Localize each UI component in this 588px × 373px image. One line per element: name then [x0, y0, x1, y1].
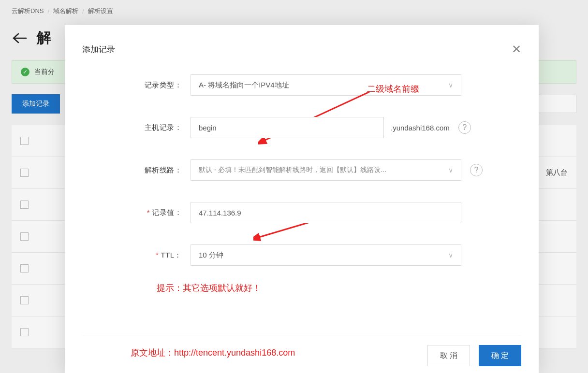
add-record-modal: 添加记录 ✕ 记录类型： A- 将域名指向一个IPV4地址 ∨ 二级域名前缀 主… [65, 25, 539, 373]
label-host-record: 主机记录： [82, 123, 191, 132]
modal-title: 添加记录 [82, 44, 115, 55]
ttl-select[interactable]: 10 分钟 ∨ [191, 244, 461, 266]
annotation-subdomain: 二级域名前缀 [367, 83, 419, 95]
label-record-type: 记录类型： [82, 81, 191, 90]
crumb-domain[interactable]: 域名解析 [53, 7, 78, 15]
breadcrumb: 云解析DNS / 域名解析 / 解析设置 [0, 0, 588, 22]
crumb-settings: 解析设置 [88, 7, 113, 15]
checkbox[interactable] [20, 137, 29, 145]
checkbox[interactable] [20, 169, 29, 177]
annotation-tip: 提示：其它选项默认就好！ [157, 282, 521, 294]
host-record-input[interactable] [191, 117, 384, 138]
page-title: 解 [37, 28, 51, 48]
checkbox[interactable] [20, 328, 29, 336]
back-arrow-icon[interactable] [12, 30, 28, 46]
record-value-field[interactable] [199, 209, 453, 217]
breadcrumb-sep: / [82, 8, 84, 15]
breadcrumb-sep: / [47, 8, 49, 15]
chevron-down-icon: ∨ [448, 81, 453, 89]
help-icon[interactable]: ? [470, 164, 483, 176]
row-text: 第八台 [546, 168, 568, 177]
checkbox[interactable] [20, 232, 29, 241]
record-value-input[interactable] [191, 202, 461, 223]
domain-suffix: .yundashi168.com [391, 124, 450, 132]
check-circle-icon: ✓ [21, 68, 29, 76]
crumb-dns[interactable]: 云解析DNS [12, 7, 44, 15]
label-resolution-line: 解析线路： [82, 166, 191, 175]
alert-text: 当前分 [34, 68, 55, 76]
resolution-line-value: 默认 - 必填！未匹配到智能解析线路时，返回【默认】线路设... [199, 166, 386, 174]
checkbox[interactable] [20, 201, 29, 209]
add-record-button[interactable]: 添加记录 [12, 94, 60, 114]
chevron-down-icon: ∨ [448, 251, 453, 259]
checkbox[interactable] [20, 264, 29, 273]
help-icon[interactable]: ? [458, 121, 471, 134]
label-record-value: *记录值： [82, 208, 191, 217]
chevron-down-icon: ∨ [448, 166, 453, 174]
close-icon[interactable]: ✕ [512, 43, 521, 56]
record-type-select[interactable]: A- 将域名指向一个IPV4地址 ∨ [191, 74, 461, 96]
checkbox[interactable] [20, 296, 29, 304]
ttl-value: 10 分钟 [199, 251, 223, 260]
record-type-value: A- 将域名指向一个IPV4地址 [199, 81, 289, 90]
cancel-button[interactable]: 取 消 [427, 345, 470, 366]
host-record-field[interactable] [199, 124, 376, 132]
confirm-button[interactable]: 确 定 [479, 345, 521, 366]
resolution-line-select[interactable]: 默认 - 必填！未匹配到智能解析线路时，返回【默认】线路设... ∨ [191, 159, 461, 181]
label-ttl: *TTL： [82, 251, 191, 260]
